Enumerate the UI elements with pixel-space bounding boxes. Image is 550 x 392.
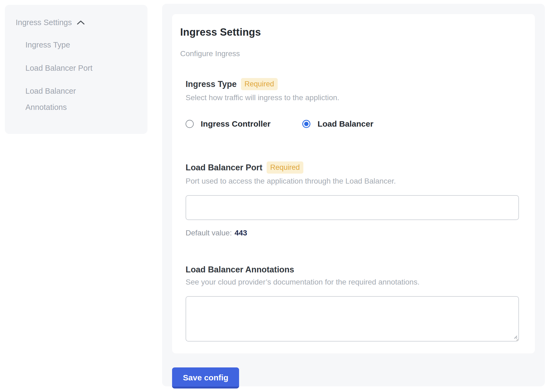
load-balancer-port-input[interactable] [186, 195, 519, 220]
page-title: Ingress Settings [180, 26, 525, 38]
sidebar-section-title: Ingress Settings [16, 15, 72, 31]
section-ingress-type: Ingress Type Required Select how traffic… [186, 78, 525, 129]
ingress-settings-card: Ingress Settings Configure Ingress Ingre… [172, 14, 535, 353]
default-value: 443 [234, 229, 247, 237]
radio-circle-load-balancer[interactable] [302, 120, 310, 128]
chevron-up-icon [77, 20, 85, 25]
required-badge: Required [267, 161, 303, 174]
annotations-textarea-wrap [186, 296, 519, 342]
lb-annotations-label: Load Balancer Annotations [186, 265, 294, 275]
load-balancer-annotations-textarea[interactable] [186, 296, 519, 342]
sidebar-item-load-balancer-port[interactable]: Load Balancer Port [25, 60, 115, 76]
sidebar-item-ingress-type[interactable]: Ingress Type [25, 37, 115, 53]
section-load-balancer-annotations: Load Balancer Annotations See your cloud… [186, 265, 525, 342]
radio-circle-ingress-controller[interactable] [186, 120, 194, 128]
ingress-type-description: Select how traffic will ingress to the a… [186, 93, 525, 102]
required-badge: Required [241, 78, 278, 90]
sidebar-section-ingress-settings[interactable]: Ingress Settings [16, 15, 139, 31]
default-value-label: Default value: [186, 229, 232, 237]
section-load-balancer-port: Load Balancer Port Required Port used to… [186, 161, 525, 237]
settings-sidebar: Ingress Settings Ingress Type Load Balan… [5, 5, 147, 134]
radio-label-load-balancer: Load Balancer [317, 119, 373, 129]
save-config-button[interactable]: Save config [172, 367, 239, 388]
sidebar-nav: Ingress Type Load Balancer Port Load Bal… [16, 37, 139, 115]
ingress-settings-panel: Ingress Settings Configure Ingress Ingre… [162, 4, 545, 386]
sidebar-item-load-balancer-annotations[interactable]: Load Balancer Annotations [25, 83, 115, 115]
lb-port-label: Load Balancer Port [186, 163, 262, 173]
radio-label-ingress-controller: Ingress Controller [201, 119, 270, 129]
radio-option-load-balancer[interactable]: Load Balancer [302, 119, 373, 129]
radio-option-ingress-controller[interactable]: Ingress Controller [186, 119, 270, 129]
form-sections: Ingress Type Required Select how traffic… [180, 78, 525, 342]
lb-annotations-description: See your cloud provider’s documentation … [186, 278, 525, 286]
ingress-type-radio-group: Ingress Controller Load Balancer [186, 119, 525, 129]
page-subtitle: Configure Ingress [180, 49, 525, 58]
ingress-type-label: Ingress Type [186, 79, 237, 89]
default-value-row: Default value:443 [186, 229, 525, 237]
lb-port-description: Port used to access the application thro… [186, 177, 525, 185]
